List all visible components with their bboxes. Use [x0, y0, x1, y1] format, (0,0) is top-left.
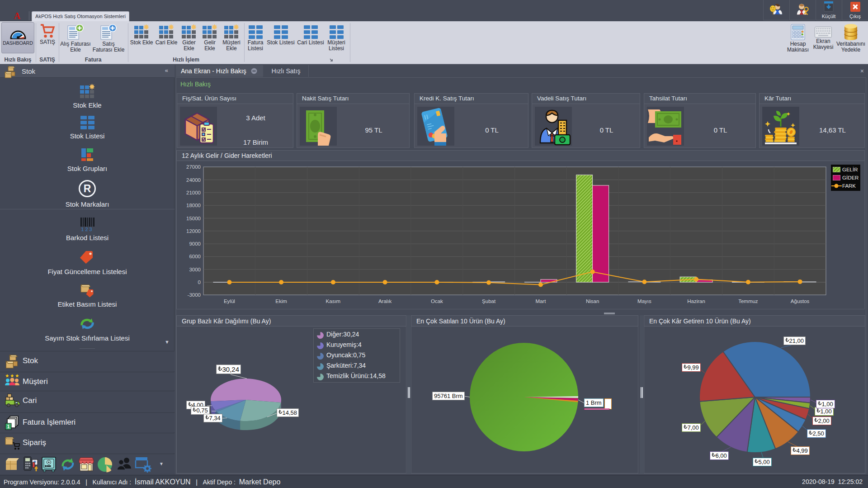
svg-text:Aralık: Aralık [378, 298, 392, 304]
svg-text:Temmuz: Temmuz [738, 298, 758, 304]
svg-text:27000: 27000 [186, 164, 201, 170]
svg-text:Ocak: Ocak [431, 298, 443, 304]
svg-text:21000: 21000 [186, 190, 201, 195]
svg-text:Şubat: Şubat [482, 298, 496, 304]
svg-text:12000: 12000 [186, 228, 201, 234]
svg-text:-3000: -3000 [188, 292, 201, 298]
svg-text:Haziran: Haziran [687, 298, 705, 304]
svg-text:123: 123 [81, 227, 93, 231]
svg-text:A: A [14, 12, 21, 21]
svg-text:R: R [84, 183, 91, 194]
svg-text:15000: 15000 [186, 216, 201, 221]
svg-text:9000: 9000 [189, 241, 201, 246]
svg-text:Nisan: Nisan [586, 298, 599, 304]
svg-text:18000: 18000 [186, 203, 201, 208]
svg-text:6000: 6000 [189, 254, 201, 259]
svg-text:Eylül: Eylül [224, 298, 235, 304]
svg-text:24000: 24000 [186, 177, 201, 183]
svg-text:0: 0 [198, 280, 201, 285]
svg-text:Mart: Mart [535, 298, 546, 304]
svg-text:Ağustos: Ağustos [791, 298, 810, 304]
svg-text:1: 1 [7, 424, 10, 429]
svg-text:Ekim: Ekim [275, 298, 287, 304]
svg-text:3000: 3000 [189, 267, 201, 272]
svg-text:Kasım: Kasım [326, 298, 341, 304]
svg-text:Mayıs: Mayıs [637, 298, 651, 304]
